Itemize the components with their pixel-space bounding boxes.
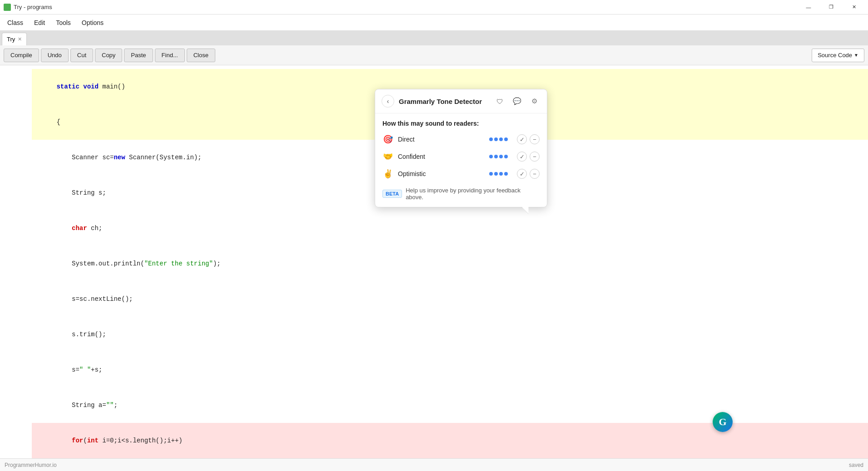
- direct-emoji: 🎯: [382, 134, 393, 144]
- compile-button[interactable]: Compile: [4, 49, 39, 62]
- confident-actions: ✓ −: [517, 152, 540, 162]
- close-button[interactable]: Close: [187, 49, 215, 62]
- code-line: s=sc.nextLine();: [32, 281, 868, 317]
- tab-bar: Try ✕: [0, 31, 868, 45]
- confident-check-button[interactable]: ✓: [517, 152, 527, 162]
- direct-check-button[interactable]: ✓: [517, 134, 527, 144]
- paste-button[interactable]: Paste: [124, 49, 153, 62]
- code-line: System.out.println("Enter the string");: [32, 246, 868, 281]
- optimistic-dots: [489, 172, 508, 176]
- footer-text: Help us improve by providing your feedba…: [406, 187, 540, 201]
- direct-minus-button[interactable]: −: [530, 134, 540, 144]
- optimistic-emoji: ✌️: [382, 169, 393, 179]
- cut-button[interactable]: Cut: [70, 49, 93, 62]
- confident-dots: [489, 155, 508, 158]
- watermark-text: ProgrammerHumor.io: [5, 462, 57, 468]
- tab-try[interactable]: Try ✕: [2, 33, 27, 45]
- title-bar: Try - programs — ❐ ✕: [0, 0, 868, 15]
- minimize-button[interactable]: —: [798, 0, 819, 15]
- direct-label: Direct: [398, 136, 485, 143]
- grammarly-header: ‹ Grammarly Tone Detector 🛡 💬 ⚙: [375, 89, 547, 113]
- confident-label: Confident: [398, 153, 485, 160]
- grammarly-subheading: How this may sound to readers:: [375, 113, 547, 131]
- tone-row-optimistic: ✌️ Optimistic ✓ −: [375, 165, 547, 182]
- menu-class[interactable]: Class: [2, 17, 29, 28]
- title-text: Try - programs: [4, 4, 52, 11]
- code-line: s=" "+s;: [32, 352, 868, 388]
- app-icon: [4, 4, 11, 11]
- menu-bar: Class Edit Tools Options: [0, 15, 868, 31]
- grammarly-footer: BETA Help us improve by providing your f…: [375, 182, 547, 207]
- grammarly-shield-icon[interactable]: 🛡: [493, 95, 506, 108]
- source-code-label: Source Code: [818, 52, 852, 59]
- code-line: String a="";: [32, 388, 868, 423]
- grammarly-title: Grammarly Tone Detector: [399, 98, 489, 105]
- grammarly-fab-button[interactable]: G: [713, 412, 733, 432]
- maximize-button[interactable]: ❐: [821, 0, 842, 15]
- grammarly-back-button[interactable]: ‹: [382, 95, 394, 108]
- code-line: char ch;: [32, 211, 868, 246]
- optimistic-check-button[interactable]: ✓: [517, 169, 527, 179]
- find-button[interactable]: Find...: [155, 49, 185, 62]
- menu-options[interactable]: Options: [76, 17, 109, 28]
- grammarly-settings-icon[interactable]: ⚙: [528, 95, 541, 108]
- status-bar: ProgrammerHumor.io saved: [0, 458, 868, 471]
- optimistic-minus-button[interactable]: −: [530, 169, 540, 179]
- close-window-button[interactable]: ✕: [843, 0, 864, 15]
- editor-area: static void main() { Scanner sc=new Scan…: [0, 65, 868, 458]
- menu-tools[interactable]: Tools: [50, 17, 76, 28]
- confident-emoji: 🤝: [382, 152, 393, 162]
- optimistic-actions: ✓ −: [517, 169, 540, 179]
- toolbar: Compile Undo Cut Copy Paste Find... Clos…: [0, 45, 868, 65]
- dropdown-arrow-icon: ▼: [854, 53, 858, 58]
- menu-edit[interactable]: Edit: [29, 17, 50, 28]
- saved-status: saved: [849, 462, 863, 468]
- source-code-button[interactable]: Source Code ▼: [812, 49, 864, 62]
- confident-minus-button[interactable]: −: [530, 152, 540, 162]
- copy-button[interactable]: Copy: [95, 49, 122, 62]
- window-controls: — ❐ ✕: [798, 0, 864, 15]
- undo-button[interactable]: Undo: [41, 49, 69, 62]
- direct-dots: [489, 137, 508, 141]
- optimistic-label: Optimistic: [398, 170, 485, 177]
- tone-row-confident: 🤝 Confident ✓ −: [375, 148, 547, 165]
- beta-badge: BETA: [382, 190, 402, 198]
- grammarly-g-icon: G: [719, 416, 726, 428]
- code-line: s.trim();: [32, 317, 868, 352]
- direct-actions: ✓ −: [517, 134, 540, 144]
- grammarly-chat-icon[interactable]: 💬: [511, 95, 523, 108]
- code-line: for(int i=0;i<s.length();i++): [32, 423, 868, 458]
- tab-label: Try: [7, 36, 15, 43]
- tab-close-icon[interactable]: ✕: [18, 36, 22, 42]
- grammarly-popup: ‹ Grammarly Tone Detector 🛡 💬 ⚙ How this…: [375, 89, 547, 207]
- app-title: Try - programs: [14, 4, 52, 10]
- tone-row-direct: 🎯 Direct ✓ −: [375, 131, 547, 148]
